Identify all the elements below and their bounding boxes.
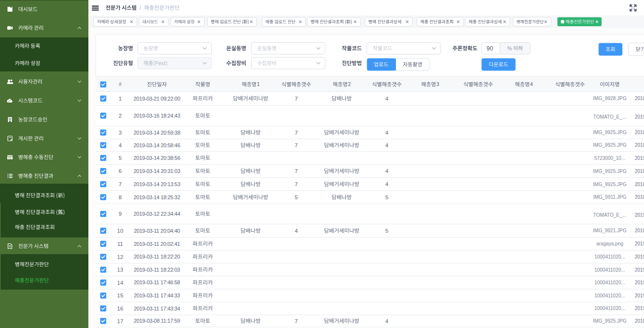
svg-text:IMG_9911.JPG: IMG_9911.JPG <box>593 194 626 200</box>
svg-text:6: 6 <box>119 168 121 174</box>
svg-text:2019: 2019 <box>635 306 644 311</box>
svg-text:2018: 2018 <box>635 228 644 233</box>
svg-text:IMG_9925.JPG: IMG_9925.JPG <box>593 318 627 324</box>
svg-text:2018: 2018 <box>635 318 644 324</box>
svg-text:2018: 2018 <box>635 96 644 101</box>
svg-text:5: 5 <box>295 194 298 200</box>
svg-text:1000411020...: 1000411020... <box>594 293 625 298</box>
svg-text:2019: 2019 <box>635 212 644 218</box>
svg-text:4: 4 <box>385 96 389 102</box>
svg-text:IMG_9925.JPG: IMG_9925.JPG <box>593 169 627 174</box>
svg-text:2019-03-11 20:04:40: 2019-03-11 20:04:40 <box>134 228 180 234</box>
svg-text:12: 12 <box>117 254 123 260</box>
svg-text:2018: 2018 <box>635 130 644 135</box>
svg-text:aragaya.png: aragaya.png <box>596 241 624 246</box>
svg-text:13: 13 <box>117 267 123 273</box>
svg-text:2019-03-11 17:46:58: 2019-03-11 17:46:58 <box>134 279 180 285</box>
svg-text:2019: 2019 <box>635 241 644 246</box>
svg-text:4: 4 <box>385 142 389 148</box>
svg-text:16: 16 <box>117 306 123 311</box>
svg-text:2019-03-12 22:34:44: 2019-03-12 22:34:44 <box>134 211 180 217</box>
svg-text:15: 15 <box>117 293 123 298</box>
svg-text:4: 4 <box>385 168 389 174</box>
svg-text:7: 7 <box>295 181 298 187</box>
svg-text:3: 3 <box>119 130 121 136</box>
svg-text:11: 11 <box>118 241 123 247</box>
svg-text:2019-03-11 20:02:41: 2019-03-11 20:02:41 <box>134 241 180 247</box>
svg-text:2018: 2018 <box>635 169 644 174</box>
svg-text:1000411020...: 1000411020... <box>594 267 625 273</box>
svg-text:2018: 2018 <box>635 194 644 200</box>
svg-text:2019: 2019 <box>635 280 644 285</box>
svg-text:2019-03-11 17:44:33: 2019-03-11 17:44:33 <box>134 293 180 298</box>
svg-text:2019-03-14 20:13:53: 2019-03-14 20:13:53 <box>134 181 180 187</box>
svg-text:10: 10 <box>117 228 123 234</box>
svg-text:2019-03-21 09:22:00: 2019-03-21 09:22:00 <box>134 96 180 102</box>
svg-text:2: 2 <box>348 81 351 87</box>
svg-text:2019-03-11 18:22:20: 2019-03-11 18:22:20 <box>134 254 180 259</box>
svg-text:7: 7 <box>119 181 121 187</box>
svg-text:1: 1 <box>119 96 121 102</box>
svg-text:7: 7 <box>295 96 298 102</box>
svg-text:2: 2 <box>119 113 121 119</box>
svg-text:1: 1 <box>257 81 260 87</box>
svg-text:4: 4 <box>119 142 122 148</box>
svg-text:9: 9 <box>119 211 121 217</box>
svg-text:7: 7 <box>295 318 298 324</box>
svg-text:2019: 2019 <box>635 254 644 259</box>
svg-text:1000411020...: 1000411020... <box>594 280 625 285</box>
svg-text:TOMATO_E_...: TOMATO_E_... <box>593 212 627 218</box>
svg-text:2019: 2019 <box>635 267 644 273</box>
svg-text:4: 4 <box>385 130 389 136</box>
svg-text:2019: 2019 <box>635 114 644 120</box>
svg-text:IMG_9925.JPG: IMG_9925.JPG <box>593 142 627 148</box>
svg-text:2019-03-11 18:22:03: 2019-03-11 18:22:03 <box>134 267 180 273</box>
svg-text:4: 4 <box>530 81 533 87</box>
svg-text:2019-03-14 20:58:46: 2019-03-14 20:58:46 <box>134 142 180 148</box>
svg-text:IMG_9925.JPG: IMG_9925.JPG <box>593 130 627 135</box>
svg-text:2018: 2018 <box>635 182 644 187</box>
svg-text:8: 8 <box>119 194 121 200</box>
svg-text:IMG_9921.JPG: IMG_9921.JPG <box>593 228 627 233</box>
svg-text:2019-03-14 20:38:56: 2019-03-14 20:38:56 <box>134 155 180 161</box>
svg-text:2019-03-16 18:24:43: 2019-03-16 18:24:43 <box>134 113 180 119</box>
svg-text:2019-03-14 20:59:38: 2019-03-14 20:59:38 <box>134 130 180 136</box>
svg-text:7: 7 <box>295 168 298 174</box>
svg-text:14: 14 <box>117 280 123 286</box>
svg-text:17: 17 <box>117 318 123 324</box>
svg-text:2019-03-11 17:43:34: 2019-03-11 17:43:34 <box>134 306 180 311</box>
svg-text:1000411020...: 1000411020... <box>594 254 625 259</box>
svg-text:4: 4 <box>385 181 389 187</box>
svg-text:2018: 2018 <box>635 142 644 148</box>
svg-text:5723000_10...: 5723000_10... <box>594 155 626 161</box>
svg-text:TOMATO_E_...: TOMATO_E_... <box>593 114 627 120</box>
svg-text:7: 7 <box>295 142 298 148</box>
svg-text:2019-03-14 20:31:03: 2019-03-14 20:31:03 <box>134 168 180 174</box>
svg-text:5: 5 <box>385 228 388 234</box>
svg-text:#: # <box>119 82 122 87</box>
svg-text:2019: 2019 <box>635 293 644 298</box>
svg-text:90: 90 <box>487 45 493 52</box>
svg-text:4: 4 <box>385 318 389 324</box>
svg-text:1000411020...: 1000411020... <box>594 306 625 311</box>
svg-text:5: 5 <box>119 155 121 161</box>
svg-text:3: 3 <box>436 81 439 87</box>
svg-text:7: 7 <box>295 130 298 136</box>
svg-text:IMG_9928.JPG: IMG_9928.JPG <box>593 96 627 101</box>
svg-text:2019-03-14 18:25:32: 2019-03-14 18:25:32 <box>134 194 180 200</box>
svg-text:5: 5 <box>385 194 388 200</box>
svg-text:2019-03-08 11:17:59: 2019-03-08 11:17:59 <box>134 318 180 324</box>
svg-text:4: 4 <box>295 228 298 234</box>
svg-text:2019: 2019 <box>635 155 644 161</box>
svg-text:IMG_9925.JPG: IMG_9925.JPG <box>593 182 627 187</box>
